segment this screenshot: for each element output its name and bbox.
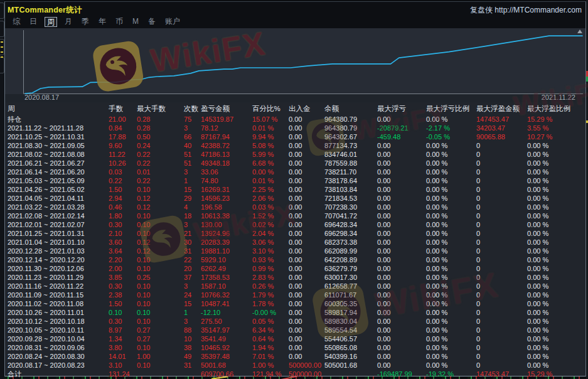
value-cell: 0.24	[137, 141, 184, 150]
table-row[interactable]: 2021.06.21 ~ 2021.06.2710.260.225149348.…	[5, 159, 585, 168]
table-row[interactable]: 2020.11.09 ~ 2020.11.152.380.102410766.3…	[5, 291, 585, 299]
value-cell: 0.00	[377, 229, 426, 238]
value-cell: 0.00	[377, 282, 426, 291]
brand-link[interactable]: 复盘侠 http://MTCommander.com	[470, 5, 582, 16]
table-row[interactable]: 2021.04.05 ~ 2021.04.112.940.122914596.2…	[5, 194, 585, 203]
value-cell: 0.00 %	[426, 229, 476, 238]
value-cell: 0.00	[377, 220, 426, 229]
value-cell: 636279.79	[324, 264, 377, 273]
menu-item-季[interactable]: 季	[80, 17, 91, 26]
value-cell: 3.60	[109, 238, 137, 247]
value-cell: 147453.47	[476, 370, 527, 378]
value-cell: 0	[476, 194, 527, 203]
value-cell: 1.34	[109, 334, 137, 343]
value-cell: 0.00	[289, 203, 324, 211]
value-cell: 14.01	[109, 352, 137, 361]
menu-item-年[interactable]: 年	[97, 17, 108, 26]
table-row[interactable]: 2020.10.26 ~ 2020.11.010.100.101-12.10-0…	[5, 308, 585, 317]
table-row[interactable]: 2020.08.31 ~ 2020.09.063.800.103810465.9…	[5, 343, 585, 352]
value-cell: 0.00 %	[426, 317, 476, 326]
table-row[interactable]: 2021.10.25 ~ 2021.10.3117.880.506687167.…	[5, 132, 585, 141]
value-cell: 630017.30	[324, 273, 377, 282]
value-cell: 0.00 %	[527, 264, 585, 273]
value-cell: 0.00	[377, 194, 426, 203]
table-row[interactable]: 持仓21.000.2875145319.8715.07 %0.00964380.…	[5, 115, 585, 124]
value-cell: 0	[476, 255, 527, 264]
period-cell: 2021.10.25 ~ 2021.10.31	[8, 132, 109, 141]
value-cell: 0	[476, 220, 527, 229]
value-cell: 0.00	[289, 343, 324, 352]
value-cell: 4	[184, 203, 201, 211]
value-cell: 21	[184, 229, 201, 238]
table-row[interactable]: 2021.01.25 ~ 2021.01.312.100.102113924.9…	[5, 229, 585, 238]
table-row[interactable]: 2021.08.30 ~ 2021.09.059.600.244042388.7…	[5, 141, 585, 150]
table-row[interactable]: 2020.11.16 ~ 2020.11.220.300.1031587.100…	[5, 282, 585, 291]
value-cell: 0.00 %	[527, 291, 585, 299]
table-row[interactable]: 2020.11.02 ~ 2020.11.081.500.101510487.4…	[5, 299, 585, 308]
value-cell: 0.00 %	[426, 334, 476, 343]
table-row[interactable]: 2021.06.14 ~ 2021.06.200.030.01333.060.0…	[5, 168, 585, 176]
value-cell: 0.25	[137, 273, 184, 282]
menu-item-周[interactable]: 周	[45, 17, 57, 27]
table-row[interactable]: 合计131.24609700.66121.94 %500000.00-16948…	[5, 370, 585, 378]
value-cell: 0.00 %	[426, 299, 476, 308]
period-cell: 2020.11.23 ~ 2020.11.29	[8, 273, 109, 282]
table-row[interactable]: 2021.02.08 ~ 2021.02.141.800.101810613.3…	[5, 211, 585, 220]
table-row[interactable]: 2021.08.02 ~ 2021.08.0811.220.225147186.…	[5, 150, 585, 159]
menu-item-M[interactable]: M	[131, 17, 141, 26]
value-cell: 0.00	[289, 352, 324, 361]
value-cell: 0.27	[137, 334, 184, 343]
value-cell: 0.00	[289, 194, 324, 203]
value-cell: 0.00	[289, 255, 324, 264]
table-row[interactable]: 2020.12.14 ~ 2020.12.202.200.10225929.10…	[5, 255, 585, 264]
value-cell: 0.22	[137, 159, 184, 168]
table-row[interactable]: 2020.08.17 ~ 2020.08.233.100.10315001.68…	[5, 361, 585, 370]
menu-item-综[interactable]: 综	[11, 17, 22, 26]
value-cell: -169487.99	[377, 370, 426, 378]
table-row[interactable]: 2020.10.12 ~ 2020.10.180.300.103275.500.…	[5, 317, 585, 326]
value-cell: 3.85	[109, 273, 137, 282]
value-cell: 0.10	[137, 361, 184, 370]
table-row[interactable]: 2020.09.28 ~ 2020.10.041.340.27103541.49…	[5, 334, 585, 343]
value-cell: 0.00 %	[527, 176, 585, 185]
value-cell: 0.50	[137, 132, 184, 141]
period-cell: 2021.11.22 ~ 2021.11.28	[8, 124, 109, 132]
value-cell: 0.12	[137, 194, 184, 203]
value-cell: 0.00 %	[527, 194, 585, 203]
value-cell: 0.00	[289, 132, 324, 141]
menu-item-备[interactable]: 备	[146, 17, 158, 26]
table-row[interactable]: 2021.11.22 ~ 2021.11.280.840.28378.120.0…	[5, 124, 585, 132]
menu-item-月[interactable]: 月	[63, 17, 74, 26]
value-cell: 0.10	[137, 264, 184, 273]
table-row[interactable]: 2021.03.22 ~ 2021.03.280.460.124196.580.…	[5, 203, 585, 211]
value-cell: 0.03 %	[252, 203, 289, 211]
value-cell: 0.00 %	[426, 150, 476, 159]
menu-item-账户[interactable]: 账户	[163, 17, 182, 26]
value-cell: 0.00 %	[527, 282, 585, 291]
table-row[interactable]: 2020.12.28 ~ 2021.01.033.640.123119881.1…	[5, 247, 585, 255]
value-cell: 0.00	[377, 141, 426, 150]
value-cell: 0.00 %	[527, 361, 585, 370]
menu-item-日[interactable]: 日	[28, 17, 39, 26]
value-cell: 51	[184, 159, 201, 168]
background-app-left-sliver	[0, 0, 4, 379]
value-cell: 0.10	[137, 185, 184, 194]
value-cell: 30	[184, 238, 201, 247]
value-cell: 14596.23	[201, 194, 252, 203]
table-row[interactable]: 2020.08.24 ~ 2020.08.3014.011.004935397.…	[5, 352, 585, 361]
table-row[interactable]: 2020.11.23 ~ 2020.11.293.850.253717358.5…	[5, 273, 585, 282]
value-cell: 2.25 %	[252, 185, 289, 194]
window-title: MTCommander统计	[8, 5, 82, 16]
table-row[interactable]: 2021.04.26 ~ 2021.05.021.500.101516269.3…	[5, 185, 585, 194]
background-yellow-tick	[1, 51, 3, 53]
table-row[interactable]: 2020.11.30 ~ 2020.12.062.000.10206262.49…	[5, 264, 585, 273]
value-cell: 642208.89	[324, 255, 377, 264]
value-cell: -459.48	[377, 132, 426, 141]
menu-item-币[interactable]: 币	[114, 17, 125, 26]
value-cell: 0.30	[109, 220, 137, 229]
table-row[interactable]: 2021.05.03 ~ 2021.05.090.220.22174.800.0…	[5, 176, 585, 185]
table-row[interactable]: 2021.01.04 ~ 2021.01.103.600.123020283.3…	[5, 238, 585, 247]
table-row[interactable]: 2020.10.05 ~ 2020.10.118.970.278835147.9…	[5, 326, 585, 334]
value-cell: 0.00 %	[527, 203, 585, 211]
table-row[interactable]: 2021.02.01 ~ 2021.02.070.300.103130.000.…	[5, 220, 585, 229]
